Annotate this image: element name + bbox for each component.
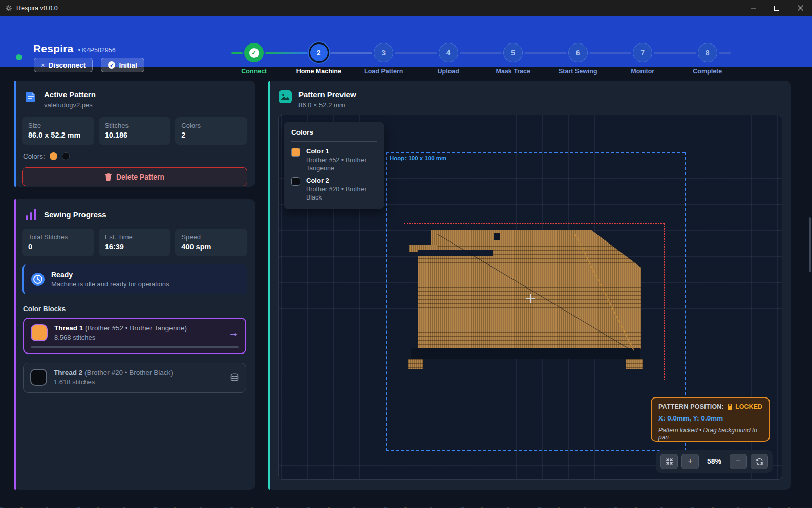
colors-label: Colors: [23, 152, 45, 160]
disconnect-icon: × [41, 61, 45, 69]
stat-total-stitches: Total Stitches 0 [22, 229, 94, 256]
step-upload[interactable]: 4 Upload [416, 41, 481, 75]
status-title: Ready [51, 271, 169, 279]
position-label: PATTERN POSITION: [658, 403, 724, 410]
app-window: Respira v0.0.0 Respira • K4P502956 × Dis… [0, 0, 812, 508]
layers-stack-icon [230, 373, 239, 382]
sewing-progress-card: Sewing Progress Total Stitches 0 Est. Ti… [14, 199, 255, 490]
zoom-out-button[interactable]: − [730, 454, 747, 469]
step-mask-trace[interactable]: 5 Mask Trace [481, 41, 546, 75]
maximize-icon [774, 6, 779, 11]
brand-name: Respira [33, 42, 73, 55]
delete-pattern-button[interactable]: Delete Pattern [22, 167, 247, 186]
workflow-stepper: ✓ Connect 2 Home Machine 3 Load Pattern … [222, 41, 740, 75]
stat-speed: Speed 400 spm [175, 229, 247, 256]
close-button[interactable] [788, 0, 812, 16]
zoom-toolbar: + 58% − [656, 450, 773, 473]
legend-color-2: Color 2 Brother #20 • Brother Black [291, 176, 377, 202]
position-coordinates: X: 0.0mm, Y: 0.0mm [658, 414, 762, 422]
bar-chart-icon [24, 208, 37, 220]
zoom-level: 58% [702, 457, 726, 466]
legend-swatch-1 [291, 148, 300, 157]
app-icon [5, 5, 12, 12]
step-load-pattern[interactable]: 3 Load Pattern [351, 41, 416, 75]
image-icon [279, 90, 292, 103]
trash-icon [105, 173, 112, 181]
locked-badge: LOCKED [727, 403, 762, 410]
zoom-in-button[interactable]: + [681, 454, 699, 469]
clock-icon [31, 273, 45, 286]
title-bar: Respira v0.0.0 [0, 0, 812, 16]
machine-status-banner: Ready Machine is idle and ready for oper… [22, 264, 247, 294]
fit-view-button[interactable] [660, 454, 678, 469]
status-description: Machine is idle and ready for operations [51, 280, 169, 288]
pattern-preview-card: Pattern Preview 86.0 × 52.2 mm Hoop: 100… [268, 81, 791, 490]
step-done-icon: ✓ [244, 43, 264, 62]
window-title: Respira v0.0.0 [16, 5, 58, 12]
step-monitor[interactable]: 7 Monitor [610, 41, 675, 75]
disconnect-button[interactable]: × Disconnect [34, 58, 93, 72]
stat-stitches: Stitches 10.186 [99, 117, 171, 145]
pattern-filename: valetudogv2.pes [44, 101, 96, 109]
legend-swatch-2 [291, 177, 300, 186]
position-hint: Pattern locked • Drag background to pan [658, 427, 762, 441]
thread-block-1[interactable]: Thread 1 (Brother #52 • Brother Tangerin… [23, 318, 246, 354]
step-connect[interactable]: ✓ Connect [222, 41, 287, 75]
pattern-canvas[interactable]: Hoop: 100 x 100 mm Colors [278, 115, 782, 480]
arrow-right-icon: → [228, 327, 239, 339]
active-pattern-card: Active Pattern valetudogv2.pes Size 86.0… [14, 81, 255, 187]
thread-1-progress-bar [31, 346, 239, 348]
check-circle-icon: ✓ [108, 61, 115, 69]
step-start-sewing[interactable]: 6 Start Sewing [546, 41, 611, 75]
step-complete[interactable]: 8 Complete [675, 41, 740, 75]
machine-serial: • K4P502956 [78, 47, 115, 54]
thread-1-swatch [31, 324, 48, 341]
step-home-machine[interactable]: 2 Home Machine [287, 41, 352, 75]
initial-button[interactable]: ✓ Initial [101, 58, 144, 72]
color-blocks-label: Color Blocks [14, 305, 255, 313]
thread-2-swatch [30, 369, 47, 386]
maximize-button[interactable] [765, 0, 788, 16]
compress-icon [666, 458, 673, 466]
legend-color-1: Color 1 Brother #52 • Brother Tangerine [291, 147, 377, 172]
colors-legend-panel: Colors Color 1 Brother #52 • Brother Tan… [284, 122, 384, 209]
hoop-label: Hoop: 100 x 100 mm [390, 155, 446, 161]
thread-block-2[interactable]: Thread 2 (Brother #20 • Brother Black) 1… [23, 363, 246, 393]
file-icon [24, 90, 37, 103]
pattern-position-overlay: PATTERN POSITION: LOCKED X: 0.0mm, Y: 0.… [651, 397, 770, 442]
preview-title: Pattern Preview [298, 90, 356, 99]
colors-legend-title: Colors [291, 128, 377, 136]
connection-status-dot [16, 54, 22, 60]
refresh-icon [756, 458, 763, 466]
stat-size: Size 86.0 x 52.2 mm [22, 117, 94, 145]
stat-est-time: Est. Time 16:39 [99, 229, 171, 256]
pattern-bounds [404, 223, 665, 380]
minimize-button[interactable] [741, 0, 765, 16]
stat-colors: Colors 2 [175, 117, 247, 145]
active-pattern-title: Active Pattern [44, 90, 96, 99]
app-header: Respira • K4P502956 × Disconnect ✓ Initi… [0, 16, 812, 67]
reset-view-button[interactable] [751, 454, 768, 469]
sewing-progress-title: Sewing Progress [44, 210, 106, 219]
color-dot-2 [62, 152, 70, 160]
preview-dimensions: 86.0 × 52.2 mm [298, 101, 356, 109]
page-scrollbar[interactable] [809, 217, 811, 272]
color-dot-1 [50, 152, 57, 160]
lock-icon [727, 404, 733, 410]
